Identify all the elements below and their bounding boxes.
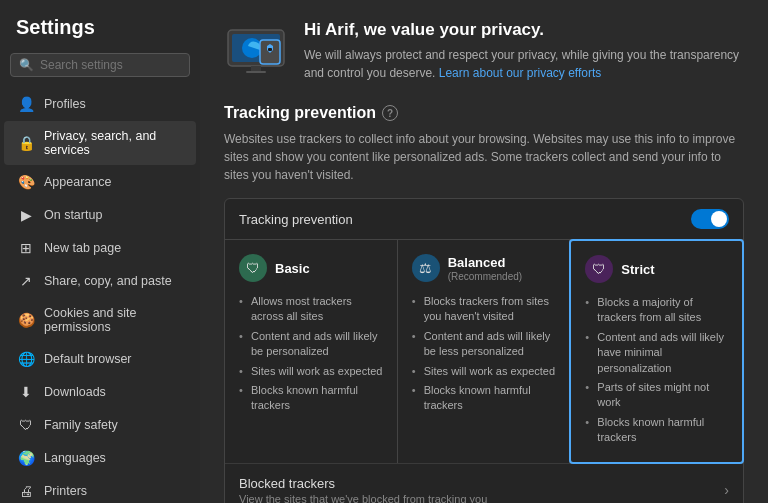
sidebar-label-downloads: Downloads	[44, 385, 106, 399]
sidebar-label-default: Default browser	[44, 352, 132, 366]
tracking-toggle[interactable]	[691, 209, 729, 229]
privacy-icon	[224, 20, 288, 84]
main-content: Hi Arif, we value your privacy. We will …	[200, 0, 768, 503]
tracking-section-desc: Websites use trackers to collect info ab…	[224, 130, 744, 184]
sidebar-title: Settings	[0, 0, 200, 47]
sidebar-item-newtab[interactable]: ⊞ New tab page	[4, 232, 196, 264]
sidebar: Settings 🔍 👤 Profiles 🔒 Privacy, search,…	[0, 0, 200, 503]
sidebar-item-downloads[interactable]: ⬇ Downloads	[4, 376, 196, 408]
sidebar-icon-languages: 🌍	[18, 450, 34, 466]
strict-icon: 🛡	[585, 255, 613, 283]
tracking-section-heading: Tracking prevention ?	[224, 104, 744, 122]
sidebar-icon-appearance: 🎨	[18, 174, 34, 190]
privacy-description: We will always protect and respect your …	[304, 46, 744, 82]
sidebar-item-default[interactable]: 🌐 Default browser	[4, 343, 196, 375]
balanced-icon: ⚖	[412, 254, 440, 282]
sidebar-label-profiles: Profiles	[44, 97, 86, 111]
sidebar-item-startup[interactable]: ▶ On startup	[4, 199, 196, 231]
tracking-option-balanced[interactable]: ⚖ Balanced (Recommended) Blocks trackers…	[398, 240, 571, 463]
tracking-options: 🛡 Basic Allows most trackers across all …	[225, 240, 743, 463]
tracking-header-label: Tracking prevention	[239, 212, 353, 227]
privacy-header: Hi Arif, we value your privacy. We will …	[224, 20, 744, 84]
sidebar-icon-downloads: ⬇	[18, 384, 34, 400]
sidebar-icon-profiles: 👤	[18, 96, 34, 112]
tracking-header: Tracking prevention	[225, 199, 743, 240]
sidebar-item-family[interactable]: 🛡 Family safety	[4, 409, 196, 441]
sidebar-icon-startup: ▶	[18, 207, 34, 223]
privacy-link[interactable]: Learn about our privacy efforts	[439, 66, 602, 80]
sidebar-icon-privacy: 🔒	[18, 135, 34, 151]
tracking-option-strict[interactable]: 🛡 Strict Blocks a majority of trackers f…	[569, 239, 744, 464]
balanced-title: Balanced	[448, 255, 522, 270]
basic-icon: 🛡	[239, 254, 267, 282]
sidebar-icon-cookies: 🍪	[18, 312, 34, 328]
svg-rect-6	[246, 71, 266, 73]
sidebar-label-newtab: New tab page	[44, 241, 121, 255]
svg-rect-4	[268, 48, 272, 51]
tracking-box: Tracking prevention 🛡 Basic Allows most …	[224, 198, 744, 503]
sidebar-item-share[interactable]: ↗ Share, copy, and paste	[4, 265, 196, 297]
search-input[interactable]	[40, 58, 181, 72]
sidebar-item-profiles[interactable]: 👤 Profiles	[4, 88, 196, 120]
sidebar-icon-family: 🛡	[18, 417, 34, 433]
sidebar-label-privacy: Privacy, search, and services	[44, 129, 182, 157]
blocked-trackers-label: Blocked trackers	[239, 476, 487, 491]
sidebar-label-appearance: Appearance	[44, 175, 111, 189]
sidebar-item-cookies[interactable]: 🍪 Cookies and site permissions	[4, 298, 196, 342]
sidebar-label-printers: Printers	[44, 484, 87, 498]
sidebar-label-languages: Languages	[44, 451, 106, 465]
privacy-text: Hi Arif, we value your privacy. We will …	[304, 20, 744, 82]
sidebar-label-cookies: Cookies and site permissions	[44, 306, 182, 334]
sidebar-item-printers[interactable]: 🖨 Printers	[4, 475, 196, 503]
sidebar-item-privacy[interactable]: 🔒 Privacy, search, and services	[4, 121, 196, 165]
sidebar-items: 👤 Profiles 🔒 Privacy, search, and servic…	[0, 87, 200, 503]
svg-rect-5	[251, 66, 261, 71]
help-icon[interactable]: ?	[382, 105, 398, 121]
sidebar-icon-newtab: ⊞	[18, 240, 34, 256]
sidebar-label-share: Share, copy, and paste	[44, 274, 172, 288]
sidebar-icon-default: 🌐	[18, 351, 34, 367]
sidebar-label-family: Family safety	[44, 418, 118, 432]
strict-title: Strict	[621, 262, 654, 277]
sidebar-icon-printers: 🖨	[18, 483, 34, 499]
blocked-trackers-row[interactable]: Blocked trackers View the sites that we'…	[225, 463, 743, 503]
sidebar-item-appearance[interactable]: 🎨 Appearance	[4, 166, 196, 198]
privacy-greeting: Hi Arif, we value your privacy.	[304, 20, 744, 40]
blocked-trackers-chevron: ›	[724, 482, 729, 498]
basic-title: Basic	[275, 261, 310, 276]
tracking-option-basic[interactable]: 🛡 Basic Allows most trackers across all …	[225, 240, 398, 463]
search-box[interactable]: 🔍	[10, 53, 190, 77]
sidebar-label-startup: On startup	[44, 208, 102, 222]
blocked-trackers-desc: View the sites that we've blocked from t…	[239, 493, 487, 503]
sidebar-item-languages[interactable]: 🌍 Languages	[4, 442, 196, 474]
sidebar-icon-share: ↗	[18, 273, 34, 289]
search-icon: 🔍	[19, 58, 34, 72]
